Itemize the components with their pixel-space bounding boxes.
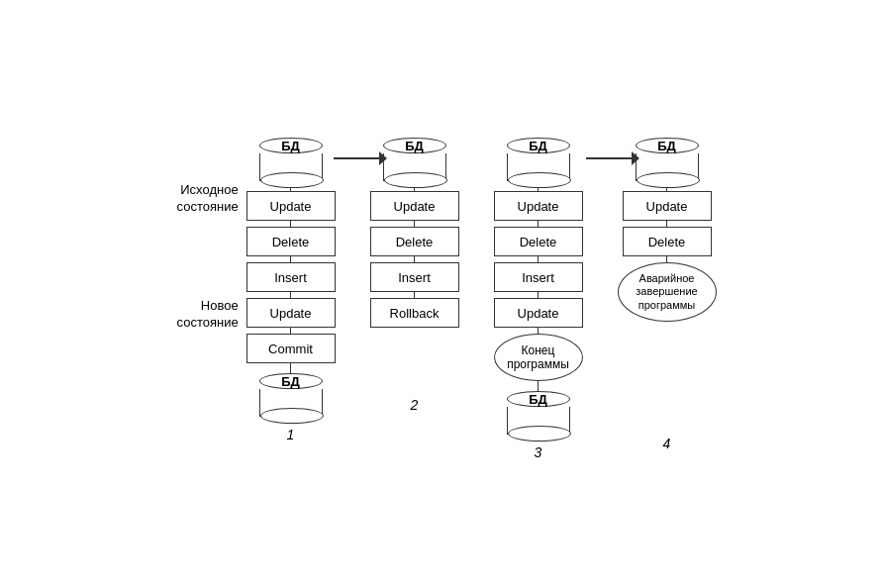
column-2: БД Update Delete Insert Rollback 2 [370, 138, 459, 460]
db-bottom-1: БД [259, 373, 323, 417]
db-top-label-2: БД [405, 139, 424, 153]
column-1: БД Update Delete Insert Update Commit БД [246, 138, 336, 460]
vline [290, 363, 292, 373]
arrow-head-2 [379, 151, 387, 165]
op-insert-1: Insert [246, 262, 336, 292]
op-insert-2: Insert [370, 262, 459, 292]
db-top-4: БД [636, 138, 699, 181]
db-top-label-1: БД [281, 139, 300, 153]
op-rollback-2: Rollback [370, 298, 459, 328]
columns-container: БД Update Delete Insert Update Commit БД [246, 128, 717, 460]
op-crash-4: Аварийноезавершениепрограммы [618, 262, 717, 322]
op-insert-3: Insert [494, 262, 583, 292]
diagram-wrapper: Исходное состояние Новое состояние БД Up… [167, 128, 717, 460]
side-label-bottom: Новое состояние [177, 298, 239, 332]
column-3: БД Update Delete Insert Update Конецпрог… [494, 138, 583, 460]
db-bottom-3: БД [507, 391, 570, 435]
op-delete-1: Delete [246, 227, 336, 256]
op-update2-1: Update [246, 298, 336, 328]
db-top-2: БД [383, 138, 446, 181]
db-top-3: БД [507, 138, 570, 181]
op-delete-2: Delete [370, 227, 459, 256]
db-top-label-4: БД [657, 139, 676, 153]
op-delete-3: Delete [494, 227, 583, 256]
op-update-3: Update [494, 191, 583, 221]
side-label-top: Исходное состояние [177, 182, 239, 216]
op-commit-1: Commit [246, 334, 336, 363]
op-end-3: Конецпрограммы [494, 334, 583, 381]
arrow-line-2 [334, 157, 383, 159]
op-update-1: Update [246, 191, 336, 221]
op-update2-3: Update [494, 298, 583, 328]
col-number-2: 2 [411, 397, 419, 413]
col-number-4: 4 [663, 436, 671, 451]
db-bottom-label-1: БД [281, 374, 300, 389]
db-top-label-3: БД [529, 139, 547, 153]
vline [538, 381, 540, 391]
db-top-1: БД [259, 138, 323, 181]
op-update-2: Update [370, 191, 459, 221]
col-number-1: 1 [287, 427, 295, 442]
column-4: БД Update Delete Аварийноезавершениепрог… [618, 138, 717, 460]
db-bottom-label-3: БД [529, 392, 547, 407]
arrow-line-4 [586, 157, 636, 159]
arrow-head-4 [632, 151, 639, 165]
col-number-3: 3 [535, 444, 542, 460]
op-update-4: Update [623, 191, 712, 221]
op-delete-4: Delete [623, 227, 712, 256]
